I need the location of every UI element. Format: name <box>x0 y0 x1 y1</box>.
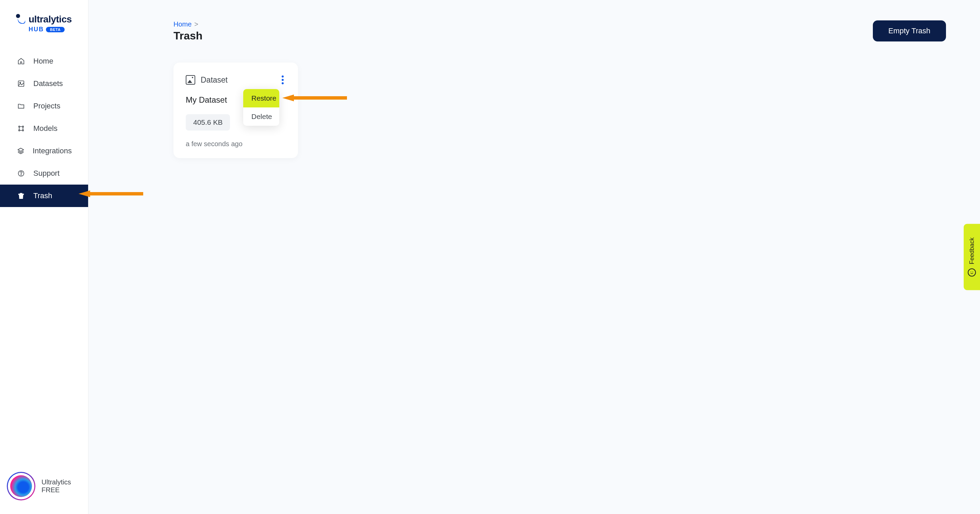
projects-icon <box>17 102 25 110</box>
logo-badge: BETA <box>46 27 65 32</box>
sidebar-item-home[interactable]: Home <box>0 50 88 72</box>
empty-trash-button[interactable]: Empty Trash <box>873 21 946 41</box>
smile-icon <box>968 268 976 277</box>
breadcrumb-home-link[interactable]: Home <box>173 21 191 28</box>
image-icon <box>186 75 195 85</box>
main-content: Home > Trash Empty Trash Dataset My Data… <box>88 0 980 514</box>
logo[interactable]: ultralytics HUB BETA <box>0 0 88 43</box>
card-size: 405.6 KB <box>186 114 230 130</box>
support-icon <box>17 169 25 178</box>
menu-item-delete[interactable]: Delete <box>243 108 279 126</box>
nav-label: Datasets <box>33 79 63 88</box>
home-icon <box>17 57 25 65</box>
svg-point-0 <box>16 14 20 18</box>
sidebar-item-projects[interactable]: Projects <box>0 95 88 117</box>
sidebar-item-trash[interactable]: Trash <box>0 185 88 207</box>
page-title: Trash <box>173 30 946 42</box>
user-name: Ultralytics <box>41 478 71 486</box>
svg-point-6 <box>22 130 24 131</box>
sidebar: ultralytics HUB BETA Home Datasets Proj <box>0 0 88 514</box>
nav-label: Trash <box>33 191 52 200</box>
nav-label: Home <box>33 57 53 66</box>
sidebar-item-models[interactable]: Models <box>0 117 88 140</box>
sidebar-nav: Home Datasets Projects Models Integratio… <box>0 43 88 465</box>
menu-item-restore[interactable]: Restore <box>243 89 279 108</box>
svg-point-14 <box>972 271 973 272</box>
svg-point-5 <box>19 130 20 131</box>
cards-area: Dataset My Dataset 405.6 KB a few second… <box>173 63 946 158</box>
svg-point-4 <box>22 126 24 127</box>
card-menu-button[interactable] <box>280 73 286 86</box>
svg-point-2 <box>20 82 21 83</box>
avatar <box>7 472 35 500</box>
feedback-label: Feedback <box>969 237 975 264</box>
context-menu: Restore Delete <box>243 89 279 126</box>
logo-sub-text: HUB <box>29 26 44 33</box>
card-time: a few seconds ago <box>186 140 286 148</box>
integrations-icon <box>17 147 24 155</box>
logo-brand-text: ultralytics <box>29 14 72 25</box>
models-icon <box>17 124 25 133</box>
datasets-icon <box>17 79 25 88</box>
breadcrumb-separator: > <box>194 21 198 28</box>
svg-point-3 <box>19 126 20 127</box>
dataset-card[interactable]: Dataset My Dataset 405.6 KB a few second… <box>173 63 298 158</box>
sidebar-item-integrations[interactable]: Integrations <box>0 140 88 162</box>
nav-label: Support <box>33 169 59 178</box>
sidebar-item-support[interactable]: Support <box>0 162 88 185</box>
breadcrumb: Home > <box>173 21 946 28</box>
nav-label: Models <box>33 124 57 133</box>
nav-label: Projects <box>33 102 60 111</box>
card-type-label: Dataset <box>201 76 228 85</box>
sidebar-item-datasets[interactable]: Datasets <box>0 72 88 95</box>
svg-point-13 <box>971 271 972 272</box>
sidebar-footer[interactable]: Ultralytics FREE <box>0 465 88 514</box>
user-info: Ultralytics FREE <box>41 478 71 494</box>
trash-icon <box>17 192 25 200</box>
logo-icon <box>16 14 26 25</box>
user-plan: FREE <box>41 486 71 494</box>
feedback-tab[interactable]: Feedback <box>964 224 980 290</box>
nav-label: Integrations <box>33 146 72 155</box>
